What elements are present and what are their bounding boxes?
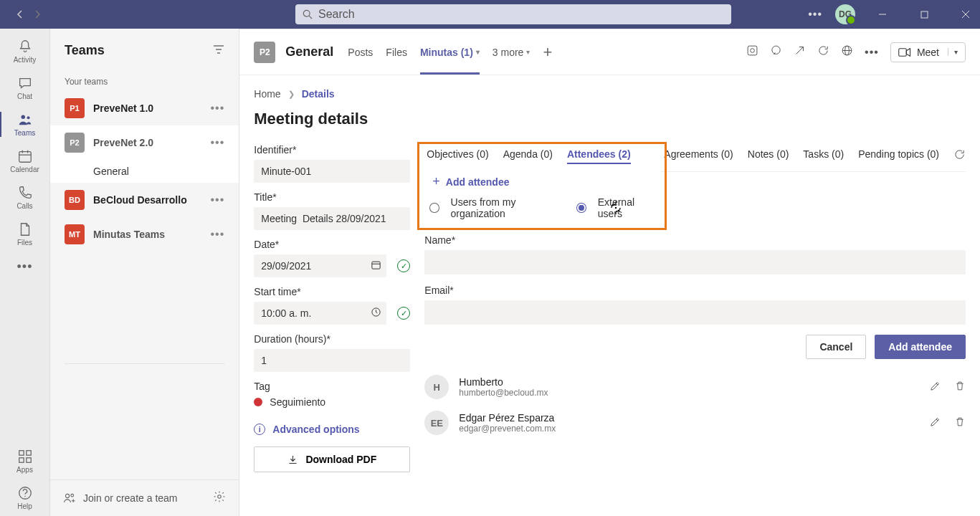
attendee-name-input[interactable]	[424, 250, 966, 274]
search-icon	[303, 9, 313, 19]
add-attendee-button[interactable]: Add attendee	[875, 335, 966, 359]
globe-button[interactable]	[841, 44, 853, 59]
chevron-down-icon[interactable]: ▾	[948, 48, 958, 56]
duration-input[interactable]	[254, 349, 410, 372]
nav-back-button[interactable]	[13, 7, 27, 22]
radio-org-label: Users from my organization	[451, 196, 566, 219]
start-input[interactable]	[254, 302, 386, 325]
rail-more-button[interactable]: •••	[17, 252, 33, 282]
tab-add-button[interactable]: +	[543, 29, 552, 75]
details-panel: Objectives (0) Agenda (0) Attendees (2) …	[424, 144, 966, 472]
conversation-button[interactable]	[770, 44, 782, 59]
tab-agreements[interactable]: Agreements (0)	[664, 148, 733, 166]
attendee-row: EE Edgar Pérez Esparza edgar@prevenet.co…	[424, 405, 966, 441]
attendee-email: humberto@becloud.mx	[459, 388, 919, 398]
date-input[interactable]	[254, 254, 386, 277]
camera-icon	[898, 47, 911, 57]
team-row[interactable]: P2 PreveNet 2.0 •••	[50, 125, 239, 160]
popout-button[interactable]	[794, 44, 806, 59]
more-button[interactable]: •••	[865, 46, 879, 59]
svg-point-17	[24, 496, 25, 497]
info-icon: i	[254, 424, 265, 435]
trash-icon	[954, 380, 966, 392]
rail-chat[interactable]: Chat	[0, 70, 50, 106]
meeting-form: Identifier* Title* Date* ✓ Start time*	[254, 144, 410, 472]
clock-icon[interactable]	[371, 307, 381, 320]
svg-rect-3	[921, 11, 928, 18]
meet-button[interactable]: Meet ▾	[890, 42, 966, 62]
channel-general[interactable]: General	[50, 160, 239, 183]
teams-panel: Teams Your teams P1 PreveNet 1.0 ••• P2 …	[50, 29, 239, 516]
tab-agenda[interactable]: Agenda (0)	[503, 148, 553, 164]
edit-attendee-button[interactable]	[929, 416, 941, 431]
pencil-icon	[929, 380, 941, 392]
tab-objectives[interactable]: Objectives (0)	[427, 148, 488, 164]
nav-forward-button[interactable]	[30, 7, 44, 22]
tag-label: Tag	[254, 381, 410, 392]
calendar-icon[interactable]	[371, 259, 381, 273]
rail-calendar[interactable]: Calendar	[0, 143, 50, 179]
edit-attendee-button[interactable]	[929, 380, 941, 395]
team-row[interactable]: P1 PreveNet 1.0 •••	[50, 91, 239, 125]
title-input[interactable]	[254, 207, 410, 230]
valid-icon: ✓	[397, 259, 410, 272]
rail-apps[interactable]: Apps	[0, 443, 50, 479]
download-pdf-button[interactable]: Download PDF	[254, 446, 410, 472]
tag-value[interactable]: Seguimiento	[254, 396, 410, 408]
window-minimize-button[interactable]	[868, 0, 897, 29]
tab-attendees[interactable]: Attendees (2)	[567, 148, 631, 164]
attendee-email-input[interactable]	[424, 300, 966, 325]
tab-notes[interactable]: Notes (0)	[748, 148, 789, 166]
phone-icon	[17, 185, 33, 201]
rail-activity[interactable]: Activity	[0, 33, 50, 70]
user-avatar[interactable]: DG	[835, 4, 855, 24]
rail-teams[interactable]: Teams	[0, 106, 50, 143]
team-row[interactable]: BD BeCloud Desarrollo •••	[50, 183, 239, 217]
rail-calls[interactable]: Calls	[0, 179, 50, 216]
radio-external[interactable]	[576, 203, 586, 213]
refresh-icon	[953, 148, 966, 161]
tab-settings-button[interactable]	[746, 44, 758, 59]
filter-button[interactable]	[213, 44, 224, 57]
radio-external-label: External users	[598, 196, 658, 219]
refresh-button[interactable]	[953, 148, 966, 166]
team-row[interactable]: MT Minutas Teams •••	[50, 217, 239, 252]
date-label: Date*	[254, 239, 410, 250]
teams-subheader: Your teams	[50, 65, 239, 91]
add-attendee-link[interactable]: + Add attendee	[432, 174, 657, 189]
tab-pending[interactable]: Pending topics (0)	[858, 148, 939, 166]
tab-posts[interactable]: Posts	[348, 29, 373, 75]
settings-more-button[interactable]: •••	[808, 8, 822, 21]
avatar: EE	[424, 411, 449, 435]
join-create-team[interactable]: Join or create a team	[63, 492, 178, 505]
tab-minutas[interactable]: Minutas (1)▾	[420, 29, 480, 75]
identifier-input[interactable]	[254, 160, 410, 183]
cancel-button[interactable]: Cancel	[806, 335, 866, 359]
window-close-button[interactable]	[951, 0, 980, 29]
tab-more[interactable]: 3 more▾	[493, 29, 531, 75]
team-more-button[interactable]: •••	[210, 102, 224, 115]
highlight-box: Objectives (0) Agenda (0) Attendees (2) …	[417, 142, 667, 230]
team-more-button[interactable]: •••	[210, 228, 224, 241]
advanced-options-link[interactable]: i Advanced options	[254, 424, 410, 435]
manage-teams-button[interactable]	[213, 490, 226, 506]
rail-files[interactable]: Files	[0, 216, 50, 252]
tab-files[interactable]: Files	[386, 29, 407, 75]
rail-help[interactable]: Help	[0, 479, 50, 516]
delete-attendee-button[interactable]	[954, 380, 966, 395]
radio-org[interactable]	[429, 203, 439, 213]
search-input[interactable]: Search	[295, 4, 731, 24]
window-maximize-button[interactable]	[910, 0, 938, 29]
breadcrumb-home[interactable]: Home	[254, 88, 280, 100]
tab-tasks[interactable]: Tasks (0)	[803, 148, 844, 166]
team-more-button[interactable]: •••	[210, 136, 224, 149]
svg-rect-15	[26, 458, 30, 462]
reload-button[interactable]	[817, 44, 829, 59]
chevron-right-icon: ❯	[288, 90, 295, 99]
calendar-icon	[17, 148, 33, 164]
delete-attendee-button[interactable]	[954, 416, 966, 431]
chevron-down-icon: ▾	[526, 48, 530, 56]
trash-icon	[954, 416, 966, 428]
svg-rect-12	[19, 451, 23, 455]
team-more-button[interactable]: •••	[210, 194, 224, 206]
